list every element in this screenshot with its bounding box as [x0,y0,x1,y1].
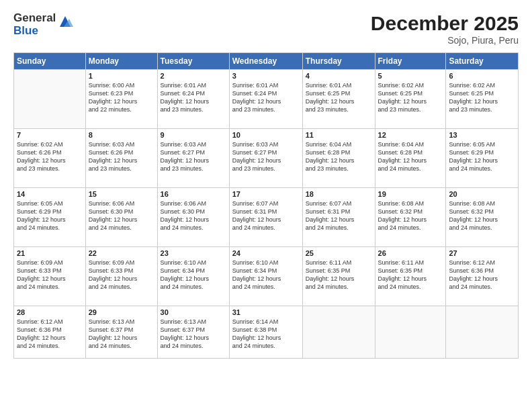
day-number: 2 [161,72,226,80]
calendar-cell: 26Sunrise: 6:11 AMSunset: 6:35 PMDayligh… [375,247,446,306]
day-info: Sunrise: 6:12 AMSunset: 6:36 PMDaylight:… [17,318,83,351]
calendar-cell: 5Sunrise: 6:02 AMSunset: 6:25 PMDaylight… [375,70,446,129]
day-number: 6 [449,72,515,80]
calendar-week-1: 7Sunrise: 6:02 AMSunset: 6:26 PMDaylight… [14,129,519,188]
month-title: December 2025 [371,12,519,35]
day-number: 24 [232,249,300,257]
calendar-cell [375,306,446,359]
day-info: Sunrise: 6:04 AMSunset: 6:28 PMDaylight:… [378,140,443,173]
day-info: Sunrise: 6:05 AMSunset: 6:29 PMDaylight:… [17,199,83,232]
day-number: 19 [378,190,443,198]
calendar-week-2: 14Sunrise: 6:05 AMSunset: 6:29 PMDayligh… [14,188,519,247]
day-number: 25 [306,249,372,257]
calendar-week-0: 1Sunrise: 6:00 AMSunset: 6:23 PMDaylight… [14,70,519,129]
calendar-cell: 31Sunrise: 6:14 AMSunset: 6:38 PMDayligh… [229,306,302,359]
day-info: Sunrise: 6:01 AMSunset: 6:24 PMDaylight:… [161,81,226,114]
day-number: 27 [449,249,515,257]
logo: General Blue [13,12,73,37]
day-info: Sunrise: 6:12 AMSunset: 6:36 PMDaylight:… [449,259,515,291]
day-info: Sunrise: 6:02 AMSunset: 6:25 PMDaylight:… [378,81,443,114]
calendar-cell: 10Sunrise: 6:03 AMSunset: 6:27 PMDayligh… [229,129,302,188]
day-info: Sunrise: 6:04 AMSunset: 6:28 PMDaylight:… [306,140,372,173]
day-number: 14 [17,190,83,198]
day-info: Sunrise: 6:03 AMSunset: 6:27 PMDaylight:… [232,140,300,173]
day-number: 21 [17,249,83,257]
calendar-cell: 13Sunrise: 6:05 AMSunset: 6:29 PMDayligh… [446,129,519,188]
calendar-cell: 16Sunrise: 6:06 AMSunset: 6:30 PMDayligh… [157,188,229,247]
col-friday: Friday [375,53,446,70]
calendar-cell [302,306,375,359]
col-sunday: Sunday [14,53,86,70]
day-info: Sunrise: 6:08 AMSunset: 6:32 PMDaylight:… [449,199,515,232]
day-info: Sunrise: 6:09 AMSunset: 6:33 PMDaylight:… [17,259,83,291]
calendar-cell: 17Sunrise: 6:07 AMSunset: 6:31 PMDayligh… [229,188,302,247]
day-number: 26 [378,249,443,257]
day-info: Sunrise: 6:01 AMSunset: 6:24 PMDaylight:… [232,81,300,114]
day-info: Sunrise: 6:10 AMSunset: 6:34 PMDaylight:… [232,259,300,291]
col-saturday: Saturday [446,53,519,70]
day-info: Sunrise: 6:05 AMSunset: 6:29 PMDaylight:… [449,140,515,173]
calendar-cell [14,70,86,129]
day-info: Sunrise: 6:03 AMSunset: 6:27 PMDaylight:… [161,140,226,173]
day-info: Sunrise: 6:06 AMSunset: 6:30 PMDaylight:… [161,199,226,232]
calendar-cell: 1Sunrise: 6:00 AMSunset: 6:23 PMDaylight… [85,70,157,129]
calendar-cell: 9Sunrise: 6:03 AMSunset: 6:27 PMDaylight… [157,129,229,188]
calendar-cell: 14Sunrise: 6:05 AMSunset: 6:29 PMDayligh… [14,188,86,247]
day-number: 15 [89,190,154,198]
day-number: 1 [89,72,154,80]
col-tuesday: Tuesday [157,53,229,70]
day-info: Sunrise: 6:07 AMSunset: 6:31 PMDaylight:… [232,199,300,232]
day-info: Sunrise: 6:02 AMSunset: 6:25 PMDaylight:… [449,81,515,114]
day-info: Sunrise: 6:10 AMSunset: 6:34 PMDaylight:… [161,259,226,291]
logo-general: General [13,12,56,25]
calendar-cell: 6Sunrise: 6:02 AMSunset: 6:25 PMDaylight… [446,70,519,129]
calendar-cell: 15Sunrise: 6:06 AMSunset: 6:30 PMDayligh… [85,188,157,247]
calendar-cell: 20Sunrise: 6:08 AMSunset: 6:32 PMDayligh… [446,188,519,247]
day-info: Sunrise: 6:11 AMSunset: 6:35 PMDaylight:… [378,259,443,291]
day-info: Sunrise: 6:06 AMSunset: 6:30 PMDaylight:… [89,199,154,232]
calendar-cell: 23Sunrise: 6:10 AMSunset: 6:34 PMDayligh… [157,247,229,306]
col-thursday: Thursday [302,53,375,70]
day-number: 16 [161,190,226,198]
calendar-cell: 11Sunrise: 6:04 AMSunset: 6:28 PMDayligh… [302,129,375,188]
calendar-week-4: 28Sunrise: 6:12 AMSunset: 6:36 PMDayligh… [14,306,519,359]
calendar-week-3: 21Sunrise: 6:09 AMSunset: 6:33 PMDayligh… [14,247,519,306]
calendar-cell: 7Sunrise: 6:02 AMSunset: 6:26 PMDaylight… [14,129,86,188]
logo-icon [57,13,73,30]
logo-text: General Blue [13,12,56,37]
day-info: Sunrise: 6:11 AMSunset: 6:35 PMDaylight:… [306,259,372,291]
day-number: 30 [161,308,226,316]
calendar-cell: 2Sunrise: 6:01 AMSunset: 6:24 PMDaylight… [157,70,229,129]
calendar-cell: 3Sunrise: 6:01 AMSunset: 6:24 PMDaylight… [229,70,302,129]
calendar-cell: 30Sunrise: 6:13 AMSunset: 6:37 PMDayligh… [157,306,229,359]
day-number: 22 [89,249,154,257]
day-number: 12 [378,131,443,139]
location: Sojo, Piura, Peru [371,35,519,46]
day-info: Sunrise: 6:00 AMSunset: 6:23 PMDaylight:… [89,81,154,114]
day-info: Sunrise: 6:13 AMSunset: 6:37 PMDaylight:… [161,318,226,351]
day-number: 7 [17,131,83,139]
calendar-header-row: Sunday Monday Tuesday Wednesday Thursday… [14,53,519,70]
calendar-cell: 29Sunrise: 6:13 AMSunset: 6:37 PMDayligh… [85,306,157,359]
day-number: 28 [17,308,83,316]
day-info: Sunrise: 6:08 AMSunset: 6:32 PMDaylight:… [378,199,443,232]
day-info: Sunrise: 6:14 AMSunset: 6:38 PMDaylight:… [232,318,300,351]
calendar-cell: 19Sunrise: 6:08 AMSunset: 6:32 PMDayligh… [375,188,446,247]
day-number: 23 [161,249,226,257]
calendar-cell: 18Sunrise: 6:07 AMSunset: 6:31 PMDayligh… [302,188,375,247]
day-info: Sunrise: 6:02 AMSunset: 6:26 PMDaylight:… [17,140,83,173]
day-number: 3 [232,72,300,80]
title-block: December 2025 Sojo, Piura, Peru [371,12,519,46]
day-number: 9 [161,131,226,139]
day-info: Sunrise: 6:03 AMSunset: 6:26 PMDaylight:… [89,140,154,173]
calendar-cell: 12Sunrise: 6:04 AMSunset: 6:28 PMDayligh… [375,129,446,188]
day-info: Sunrise: 6:09 AMSunset: 6:33 PMDaylight:… [89,259,154,291]
day-info: Sunrise: 6:01 AMSunset: 6:25 PMDaylight:… [306,81,372,114]
calendar-cell: 8Sunrise: 6:03 AMSunset: 6:26 PMDaylight… [85,129,157,188]
day-number: 17 [232,190,300,198]
day-number: 18 [306,190,372,198]
day-number: 13 [449,131,515,139]
calendar-cell: 21Sunrise: 6:09 AMSunset: 6:33 PMDayligh… [14,247,86,306]
calendar-cell: 28Sunrise: 6:12 AMSunset: 6:36 PMDayligh… [14,306,86,359]
col-monday: Monday [85,53,157,70]
